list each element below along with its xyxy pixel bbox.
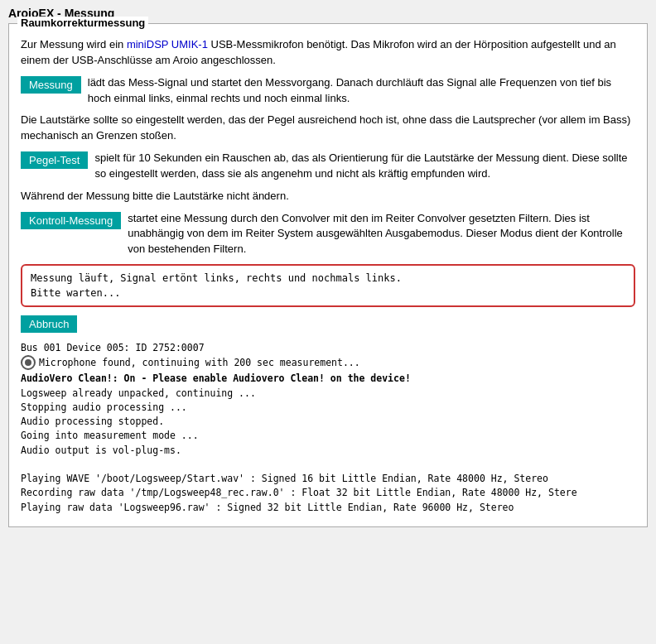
kontroll-messung-button[interactable]: Kontroll-Messung — [21, 212, 121, 229]
kontroll-row: Kontroll-Messung startet eine Messung du… — [21, 211, 635, 258]
log-line-3: AudioVero Clean!: On - Please enable Aud… — [21, 372, 635, 386]
status-line2: Bitte warten... — [31, 286, 625, 300]
pegel-desc: spielt für 10 Sekunden ein Rauschen ab, … — [94, 151, 635, 182]
log-line-12: Playing raw data 'Logsweep96.raw' : Sign… — [21, 501, 635, 515]
status-line1: Messung läuft, Signal ertönt links, rech… — [31, 271, 625, 286]
log-line-8: Audio output is vol-plug-ms. — [21, 444, 635, 458]
main-content: Raumkorrekturmessung Zur Messung wird ei… — [0, 23, 656, 536]
kontroll-desc: startet eine Messung durch den Convolver… — [128, 211, 635, 258]
section-inner: Zur Messung wird ein miniDSP UMIK-1 USB-… — [21, 37, 635, 515]
messung-desc: lädt das Mess-Signal und startet den Mes… — [88, 75, 635, 107]
log-line-10: Playing WAVE '/boot/Logsweep/Start.wav' … — [21, 472, 635, 486]
microphone-icon — [21, 355, 36, 370]
log-line-5: Stopping audio processing ... — [21, 401, 635, 415]
log-line-7: Going into measurement mode ... — [21, 429, 635, 443]
lautstaerke-paragraph: Die Lautstärke sollte so eingestellt wer… — [21, 113, 635, 144]
intro-text: Zur Messung wird ein — [21, 38, 123, 50]
status-box: Messung läuft, Signal ertönt links, rech… — [21, 264, 635, 307]
log-line-11: Recording raw data '/tmp/Logsweep48_rec.… — [21, 486, 635, 500]
pegel-row: Pegel-Test spielt für 10 Sekunden ein Ra… — [21, 151, 635, 182]
messung-row: Messung lädt das Mess-Signal und startet… — [21, 75, 635, 107]
section-legend: Raumkorrekturmessung — [17, 17, 148, 29]
log-area: Bus 001 Device 005: ID 2752:0007 Microph… — [21, 341, 635, 515]
log-line-2: Microphone found, continuing with 200 se… — [39, 356, 360, 370]
intro-paragraph: Zur Messung wird ein miniDSP UMIK-1 USB-… — [21, 37, 635, 69]
waehrend-paragraph: Während der Messung bitte die Lautstärke… — [21, 189, 635, 204]
microphone-line: Microphone found, continuing with 200 se… — [21, 355, 635, 370]
main-window: AroioEX - Messung Raumkorrekturmessung Z… — [0, 0, 656, 644]
log-line-4: Logsweep already unpacked, continuing ..… — [21, 387, 635, 401]
log-line-9 — [21, 458, 635, 472]
section-raumkorrektur: Raumkorrekturmessung Zur Messung wird ei… — [8, 23, 648, 527]
pegel-test-button[interactable]: Pegel-Test — [21, 151, 88, 169]
abort-row: Abbruch — [21, 315, 635, 333]
minidsp-link[interactable]: miniDSP UMIK-1 — [127, 38, 208, 50]
log-line-6: Audio processing stopped. — [21, 415, 635, 429]
messung-button[interactable]: Messung — [21, 76, 81, 94]
log-line-1: Bus 001 Device 005: ID 2752:0007 — [21, 341, 635, 355]
abbruch-button[interactable]: Abbruch — [21, 315, 77, 333]
recording-label: Recording — [21, 487, 72, 498]
